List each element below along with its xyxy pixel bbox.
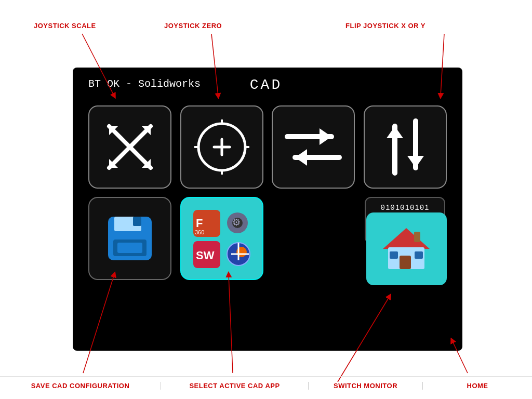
flip-x-button[interactable]: [272, 105, 355, 189]
svg-rect-41: [400, 256, 411, 269]
panel-title-center: CAD: [250, 77, 282, 93]
svg-text:SW: SW: [196, 249, 215, 262]
buttons-grid: F 360 ⚙ SW 0101010101: [83, 100, 452, 285]
svg-marker-21: [407, 156, 424, 168]
panel-title-left: BT OK - Solidworks: [88, 78, 201, 90]
binary-row-1: 0101010101: [380, 204, 429, 212]
svg-text:360: 360: [195, 229, 204, 235]
home-icon: [380, 225, 432, 272]
svg-text:⚙: ⚙: [232, 217, 241, 228]
select-cad-app-button[interactable]: F 360 ⚙ SW: [180, 197, 263, 280]
svg-rect-44: [414, 232, 420, 242]
flip-y-icon: [379, 116, 431, 178]
switch-monitor-label: SWITCH MONITOR: [309, 382, 423, 390]
joystick-scale-button[interactable]: [88, 105, 171, 189]
svg-rect-25: [117, 243, 142, 253]
svg-text:F: F: [196, 217, 203, 230]
svg-marker-17: [295, 149, 307, 166]
save-cad-config-label[interactable]: SAVE CAD CONFIGURATION: [0, 382, 161, 390]
flip-y-button[interactable]: [364, 105, 447, 189]
svg-marker-39: [383, 228, 430, 249]
joystick-scale-label: JOYSTICK SCALE: [34, 22, 96, 30]
svg-rect-42: [390, 251, 398, 259]
empty-cell: [272, 197, 355, 280]
save-icon: [104, 212, 156, 264]
select-active-cad-label[interactable]: SELECT ACTIVE CAD APP: [161, 382, 309, 390]
joystick-zero-button[interactable]: [180, 105, 263, 189]
home-label: HOME: [423, 382, 532, 390]
svg-marker-15: [320, 128, 331, 145]
save-cad-button[interactable]: [88, 197, 171, 280]
cad-panel: BT OK - Solidworks: [73, 68, 462, 351]
joystick-zero-label: JOYSTICK ZERO: [164, 22, 222, 30]
flip-x-icon: [282, 121, 344, 173]
expand-icon: [101, 118, 158, 176]
svg-rect-43: [415, 251, 423, 259]
flip-joystick-label: FLIP JOYSTICK X OR Y: [345, 22, 425, 30]
monitor-home-cell: 0101010101 1010101010 0101010101: [364, 197, 447, 280]
crosshair-icon: [193, 118, 250, 176]
svg-marker-19: [387, 126, 403, 138]
cad-apps-icon: F 360 ⚙ SW: [191, 207, 253, 270]
home-button[interactable]: [366, 212, 447, 285]
svg-rect-26: [133, 217, 141, 226]
